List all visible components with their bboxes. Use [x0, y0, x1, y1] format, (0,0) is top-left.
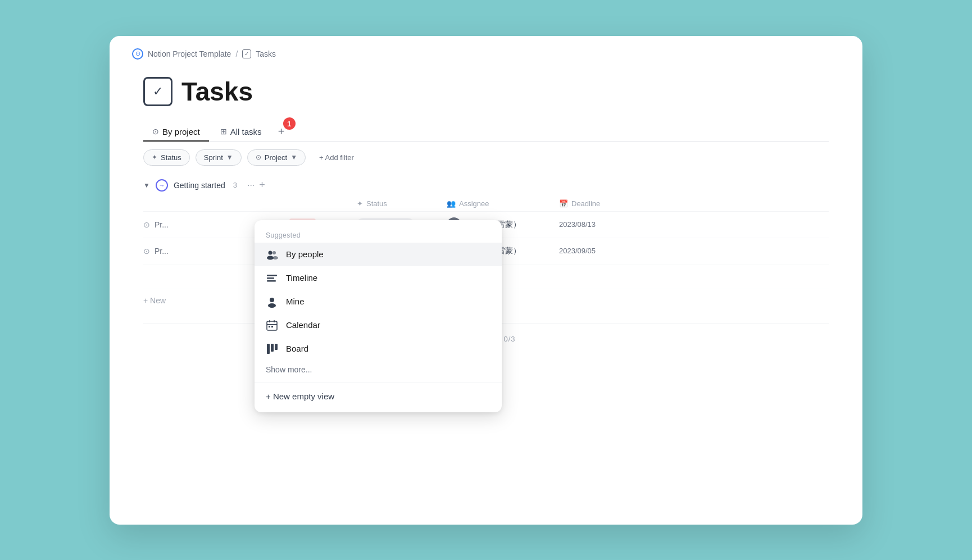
task-icon-2: ⊙ — [143, 247, 150, 256]
filter-project-icon: ⊙ — [256, 153, 261, 161]
svg-rect-17 — [274, 320, 275, 322]
svg-point-8 — [272, 251, 276, 254]
group-status-icon: → — [156, 179, 168, 192]
dropdown-item-by-people-label: By people — [286, 249, 324, 259]
dropdown-item-mine[interactable]: Mine — [255, 290, 502, 313]
filter-project-chevron: ▼ — [290, 153, 297, 161]
notification-badge: 1 — [283, 117, 296, 130]
new-empty-view-label: + New empty view — [266, 391, 334, 401]
tab-all-tasks-label: All tasks — [230, 127, 262, 136]
dropdown-item-calendar[interactable]: Calendar — [255, 313, 502, 337]
add-filter-label: + Add filter — [319, 153, 354, 162]
view-dropdown: Suggested By people Timeline — [255, 220, 502, 412]
page-title-row: ✓ Tasks — [143, 76, 829, 107]
filter-sprint[interactable]: Sprint ▼ — [196, 149, 242, 166]
dropdown-item-board[interactable]: Board — [255, 337, 502, 361]
timeline-icon — [266, 272, 278, 284]
tabs-row: ⊙ By project ⊞ All tasks 1 + — [143, 122, 829, 142]
page-title-icon: ✓ — [143, 77, 172, 106]
filter-sprint-label: Sprint — [204, 153, 223, 162]
col-header-assignee: 👥 Assignee — [447, 199, 559, 208]
dropdown-item-timeline-label: Timeline — [286, 273, 317, 283]
tab-by-project[interactable]: ⊙ By project — [143, 122, 209, 141]
filter-project-label: Project — [265, 153, 287, 162]
svg-point-6 — [269, 251, 272, 254]
tab-all-tasks-icon: ⊞ — [220, 127, 227, 136]
dropdown-section-label: Suggested — [255, 226, 502, 243]
tab-all-tasks[interactable]: ⊞ All tasks — [211, 122, 271, 141]
task-icon-1: ⊙ — [143, 220, 150, 229]
filter-status[interactable]: ✦ Status — [143, 149, 190, 166]
mine-icon — [266, 295, 278, 308]
tab-by-project-icon: ⊙ — [152, 127, 159, 136]
breadcrumb-page-name: Tasks — [256, 49, 276, 58]
filters-row: ✦ Status Sprint ▼ ⊙ Project ▼ + Add filt… — [143, 142, 829, 174]
page-title: Tasks — [181, 76, 253, 107]
svg-point-9 — [272, 256, 278, 259]
dropdown-item-calendar-label: Calendar — [286, 320, 320, 330]
filter-sprint-chevron: ▼ — [226, 153, 233, 161]
group-header: ▼ → Getting started 3 ··· + — [143, 174, 829, 196]
col-header-status: ✦ Status — [357, 199, 447, 208]
svg-rect-22 — [271, 344, 274, 352]
main-window: ⊙ Notion Project Template / ✓ Tasks ✓ Ta… — [110, 36, 862, 525]
svg-rect-12 — [267, 280, 276, 282]
calendar-icon — [266, 319, 278, 331]
svg-rect-21 — [267, 344, 270, 354]
dropdown-item-board-label: Board — [286, 344, 308, 353]
breadcrumb-separator: / — [235, 49, 238, 58]
deadline-col-label: Deadline — [571, 199, 600, 208]
deadline-2: 2023/09/05 — [559, 247, 649, 255]
task-label-1: Pr... — [155, 220, 169, 229]
svg-rect-20 — [271, 326, 273, 327]
new-empty-view-button[interactable]: + New empty view — [255, 386, 502, 407]
show-more-button[interactable]: Show more... — [255, 361, 502, 379]
filter-status-label: Status — [161, 153, 181, 162]
status-col-icon: ✦ — [357, 199, 363, 208]
board-icon — [266, 343, 278, 355]
add-tab-wrapper: 1 + — [273, 123, 290, 140]
assignee-col-label: Assignee — [459, 199, 489, 208]
group-add-button[interactable]: + — [259, 179, 265, 191]
group-actions: ··· + — [247, 179, 265, 191]
svg-rect-23 — [275, 344, 278, 350]
app-icon: ⊙ — [132, 48, 143, 60]
status-col-label: Status — [366, 199, 387, 208]
task-label-2: Pr... — [155, 247, 169, 256]
assignee-col-icon: 👥 — [447, 199, 456, 208]
group-name: Getting started — [174, 181, 225, 190]
svg-rect-11 — [267, 277, 274, 279]
group-more-button[interactable]: ··· — [247, 180, 255, 190]
dropdown-item-by-people[interactable]: By people — [255, 243, 502, 266]
svg-rect-10 — [267, 275, 277, 276]
breadcrumb-page-icon: ✓ — [242, 49, 251, 58]
tab-by-project-label: By project — [162, 127, 200, 136]
dropdown-divider — [255, 382, 502, 383]
svg-rect-16 — [269, 320, 270, 322]
column-headers: ✦ Status 👥 Assignee 📅 Deadline — [143, 196, 829, 212]
group-toggle[interactable]: ▼ — [143, 181, 150, 189]
filter-status-icon: ✦ — [152, 153, 157, 161]
new-row-label: + New — [143, 296, 166, 305]
breadcrumb: ⊙ Notion Project Template / ✓ Tasks — [110, 36, 862, 65]
deadline-1: 2023/08/13 — [559, 220, 649, 229]
svg-point-13 — [270, 298, 274, 302]
svg-rect-19 — [269, 326, 270, 327]
svg-point-14 — [268, 303, 276, 308]
filter-project[interactable]: ⊙ Project ▼ — [247, 149, 306, 166]
dropdown-item-timeline[interactable]: Timeline — [255, 266, 502, 290]
deadline-col-icon: 📅 — [559, 199, 568, 208]
col-header-deadline: 📅 Deadline — [559, 199, 649, 208]
breadcrumb-app-name: Notion Project Template — [148, 49, 231, 58]
svg-rect-18 — [267, 324, 277, 325]
add-filter-button[interactable]: + Add filter — [311, 150, 362, 165]
by-people-icon — [266, 248, 278, 261]
group-count: 3 — [233, 181, 237, 189]
dropdown-item-mine-label: Mine — [286, 297, 305, 306]
